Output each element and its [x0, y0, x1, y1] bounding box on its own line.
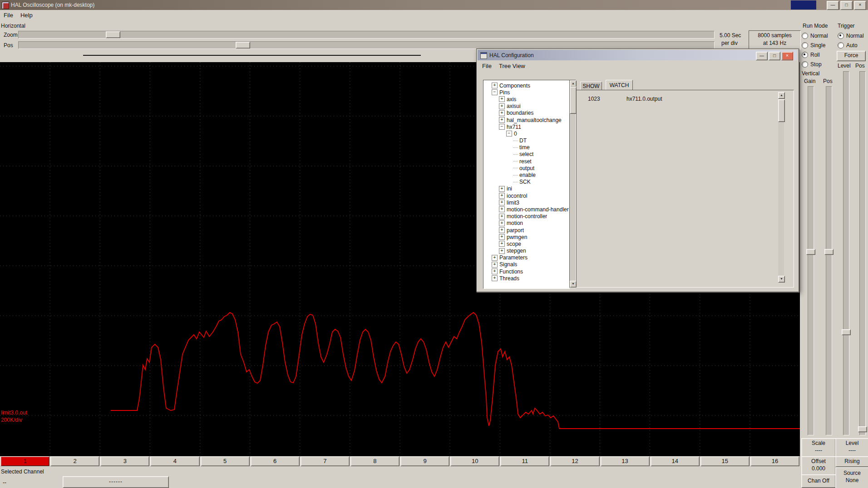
scroll-up-icon[interactable]: ▲: [778, 92, 785, 99]
tree-item-motion-command-handler[interactable]: +motion-command-handler: [483, 206, 569, 213]
close-icon[interactable]: ×: [781, 52, 793, 60]
gain-slider-thumb[interactable]: [806, 249, 815, 255]
expand-icon[interactable]: +: [499, 103, 505, 109]
trigger-level-slider-thumb[interactable]: [842, 329, 851, 335]
scroll-down-icon[interactable]: ▼: [778, 276, 785, 283]
tree-item-parameters[interactable]: +Parameters: [483, 254, 569, 261]
channel-button-8[interactable]: 8: [350, 456, 399, 466]
vertical-pos-slider-thumb[interactable]: [824, 249, 833, 255]
expand-icon[interactable]: +: [499, 227, 505, 233]
minimize-icon[interactable]: —: [827, 1, 839, 10]
run-mode-option-stop[interactable]: Stop: [802, 59, 836, 69]
channel-button-11[interactable]: 11: [500, 456, 549, 466]
channel-button-14[interactable]: 14: [651, 456, 700, 466]
tree-item-parport[interactable]: +parport: [483, 227, 569, 234]
channel-button-12[interactable]: 12: [550, 456, 599, 466]
menu-file[interactable]: File: [0, 11, 17, 20]
tree-item-motion-controller[interactable]: +motion-controller: [483, 213, 569, 220]
collapse-icon[interactable]: −: [492, 89, 498, 95]
tree-item-hal_manualtoolchange[interactable]: +hal_manualtoolchange: [483, 117, 569, 123]
scroll-up-icon[interactable]: ▲: [570, 80, 577, 87]
hal-menu-tree-view[interactable]: Tree View: [495, 62, 529, 70]
channel-button-3[interactable]: 3: [100, 456, 149, 466]
menu-help[interactable]: Help: [17, 11, 36, 20]
trigger-level-slider[interactable]: [843, 71, 849, 435]
trigger-pos-slider-thumb[interactable]: [858, 426, 867, 432]
run-mode-option-roll[interactable]: Roll: [802, 50, 836, 59]
expand-icon[interactable]: +: [499, 193, 505, 199]
expand-icon[interactable]: +: [492, 255, 498, 261]
hal-config-titlebar[interactable]: HAL Configuration — □ ×: [478, 50, 797, 60]
tab-watch[interactable]: WATCH: [606, 80, 633, 90]
tree-item-reset[interactable]: reset: [483, 158, 569, 165]
selected-channel-name-box[interactable]: ------: [63, 476, 169, 488]
expand-icon[interactable]: +: [499, 110, 505, 116]
tab-show[interactable]: SHOW: [580, 82, 602, 90]
channel-button-13[interactable]: 13: [601, 456, 650, 466]
tree-item-boundaries[interactable]: +boundaries: [483, 110, 569, 117]
tree-item-time[interactable]: time: [483, 144, 569, 151]
tree-item-ini[interactable]: +ini: [483, 185, 569, 192]
tree-item-enable[interactable]: enable: [483, 171, 569, 178]
expand-icon[interactable]: +: [492, 262, 498, 268]
tree-item-pwmgen[interactable]: +pwmgen: [483, 234, 569, 240]
trigger-source-button[interactable]: Source None: [835, 467, 868, 488]
tree-item-iocontrol[interactable]: +iocontrol: [483, 192, 569, 199]
channel-button-7[interactable]: 7: [301, 456, 350, 466]
run-mode-option-normal[interactable]: Normal: [802, 31, 836, 40]
tree-item-axis[interactable]: +axis: [483, 96, 569, 102]
expand-icon[interactable]: +: [499, 220, 505, 226]
tree-item-sck[interactable]: SCK: [483, 179, 569, 185]
expand-icon[interactable]: +: [499, 117, 505, 123]
watch-scrollbar[interactable]: ▲ ▼: [778, 92, 784, 283]
watch-scrollbar-thumb[interactable]: [778, 99, 785, 122]
maximize-icon[interactable]: □: [840, 1, 853, 10]
scroll-down-icon[interactable]: ▼: [570, 281, 577, 288]
expand-icon[interactable]: +: [499, 234, 505, 240]
tree-item-output[interactable]: output: [483, 165, 569, 171]
trigger-option-normal[interactable]: Normal: [838, 31, 868, 40]
gain-slider[interactable]: [808, 86, 814, 435]
tree-scrollbar[interactable]: ▲ ▼: [569, 80, 576, 288]
tree-item-axisui[interactable]: +axisui: [483, 103, 569, 110]
trigger-pos-slider[interactable]: [859, 71, 866, 435]
expand-icon[interactable]: +: [499, 200, 505, 205]
tree-item-threads[interactable]: +Threads: [483, 275, 569, 282]
chan-off-button[interactable]: Chan Off: [801, 474, 836, 488]
tree-item-limit3[interactable]: +limit3: [483, 199, 569, 206]
run-mode-option-single[interactable]: Single: [802, 40, 836, 50]
watch-row[interactable]: 1023hx711.0.output: [577, 95, 794, 102]
vertical-pos-slider[interactable]: [826, 86, 832, 435]
maximize-icon[interactable]: □: [769, 52, 780, 60]
channel-button-15[interactable]: 15: [700, 456, 750, 466]
expand-icon[interactable]: +: [499, 186, 505, 192]
tree-item-pins[interactable]: −Pins: [483, 89, 569, 96]
hal-menu-file[interactable]: File: [478, 62, 495, 70]
pos-slider[interactable]: [18, 41, 715, 49]
tree-item-scope[interactable]: +scope: [483, 240, 569, 247]
offset-button[interactable]: Offset 0.000: [801, 456, 836, 475]
expand-icon[interactable]: +: [492, 83, 498, 88]
tree-item-signals[interactable]: +Signals: [483, 261, 569, 268]
pos-slider-thumb[interactable]: [236, 42, 250, 49]
channel-button-2[interactable]: 2: [50, 456, 99, 466]
tree-scrollbar-thumb[interactable]: [570, 87, 577, 114]
zoom-slider[interactable]: [18, 31, 715, 39]
tree-item-hx711[interactable]: −hx711: [483, 123, 569, 130]
channel-button-1[interactable]: 1: [0, 456, 49, 466]
tree-item-dt[interactable]: DT: [483, 137, 569, 144]
tree-item-0[interactable]: −0: [483, 130, 569, 137]
channel-button-5[interactable]: 5: [201, 456, 250, 466]
channel-button-16[interactable]: 16: [750, 456, 799, 466]
collapse-icon[interactable]: −: [499, 124, 505, 130]
force-button[interactable]: Force: [837, 51, 866, 61]
channel-button-10[interactable]: 10: [450, 456, 499, 466]
channel-button-6[interactable]: 6: [251, 456, 300, 466]
minimize-icon[interactable]: —: [756, 52, 768, 60]
close-icon[interactable]: ×: [854, 1, 866, 10]
expand-icon[interactable]: +: [492, 275, 498, 281]
collapse-icon[interactable]: −: [506, 131, 512, 137]
tree-item-select[interactable]: select: [483, 151, 569, 158]
tree-item-components[interactable]: +Components: [483, 82, 569, 89]
tree-item-motion[interactable]: +motion: [483, 220, 569, 227]
